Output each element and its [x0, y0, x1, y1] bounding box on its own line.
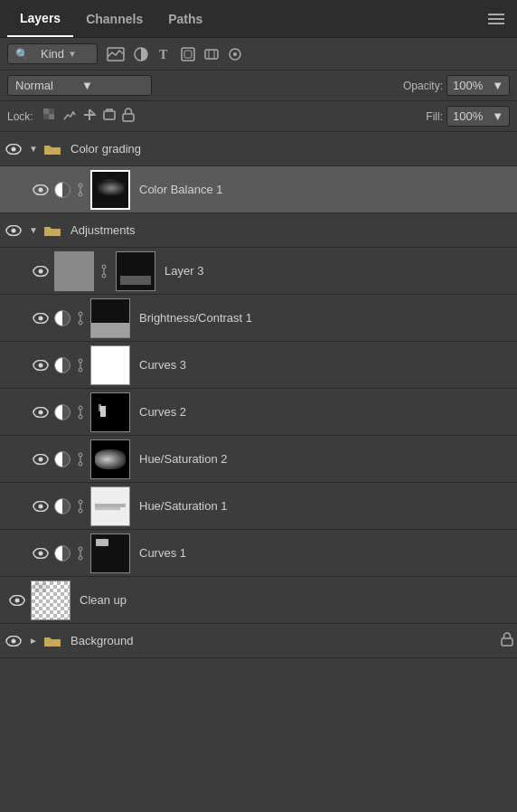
visibility-toggle[interactable]: [4, 144, 24, 155]
tab-layers[interactable]: Layers: [7, 0, 73, 37]
visibility-toggle[interactable]: [7, 595, 27, 606]
fill-chevron-icon: ▼: [486, 109, 503, 123]
svg-point-20: [79, 184, 82, 187]
panel-menu-button[interactable]: [483, 8, 510, 30]
svg-point-19: [39, 187, 43, 192]
svg-point-29: [102, 274, 106, 278]
svg-point-49: [79, 462, 82, 466]
svg-text:T: T: [159, 48, 168, 61]
layer-name: Curves 2: [134, 405, 513, 419]
lock-position-icon[interactable]: [82, 108, 97, 125]
kind-filter-dropdown[interactable]: 🔍 Kind ▼: [7, 43, 98, 64]
opacity-value: 100%: [453, 79, 483, 92]
tab-paths[interactable]: Paths: [155, 0, 215, 37]
layers-list: ▼ Color grading Color Balance 1 ▼ Adjust…: [0, 132, 517, 794]
svg-point-56: [39, 551, 43, 555]
layer-row[interactable]: Curves 1: [0, 530, 517, 577]
kind-chevron-icon: ▼: [68, 49, 89, 59]
layer-row[interactable]: Hue/Saturation 1: [0, 483, 517, 530]
fill-dropdown[interactable]: 100% ▼: [446, 106, 510, 127]
svg-point-24: [12, 228, 16, 232]
adjustment-icon: [54, 357, 70, 373]
svg-rect-10: [43, 114, 49, 119]
layer-row[interactable]: Brightness/Contrast 1: [0, 295, 517, 342]
layer-thumbnail: [90, 392, 130, 432]
folder-icon: [43, 223, 61, 238]
lock-all-icon[interactable]: [122, 108, 135, 125]
menu-line-1: [488, 14, 504, 15]
svg-point-22: [79, 193, 82, 196]
layer-row[interactable]: Hue/Saturation 2: [0, 436, 517, 483]
layer-row[interactable]: Clean up: [0, 577, 517, 624]
layer-name: Hue/Saturation 1: [134, 499, 513, 513]
kind-label: Kind: [41, 47, 64, 61]
layer-thumbnail: [54, 251, 94, 291]
opacity-label: Opacity:: [403, 80, 443, 92]
layer-name: Layer 3: [159, 264, 513, 278]
filter-type-icon[interactable]: T: [157, 47, 172, 61]
filter-icons: T: [107, 47, 242, 61]
tab-channels[interactable]: Channels: [73, 0, 155, 37]
menu-line-3: [488, 23, 504, 24]
fill-label: Fill:: [426, 110, 443, 123]
layer-name: Hue/Saturation 2: [134, 452, 513, 466]
layer-name: Curves 3: [134, 358, 513, 372]
layer-row[interactable]: ▼ Adjustments: [0, 213, 517, 248]
svg-point-61: [15, 598, 20, 602]
filter-pixel-icon[interactable]: [107, 47, 125, 61]
lock-artboard-icon[interactable]: [102, 108, 117, 125]
lock-transparent-icon[interactable]: [42, 108, 57, 125]
link-icon: [74, 183, 87, 197]
visibility-toggle[interactable]: [31, 360, 51, 371]
svg-point-36: [39, 363, 43, 367]
background-lock-icon: [501, 632, 513, 649]
filter-smart-icon[interactable]: [204, 47, 219, 61]
layer-row[interactable]: ► Background: [0, 624, 517, 658]
svg-point-31: [39, 316, 43, 320]
lock-row: Lock:: [0, 101, 517, 132]
collapse-arrow[interactable]: ▼: [27, 225, 40, 235]
layer-name: Curves 1: [134, 546, 513, 560]
collapse-arrow[interactable]: ▼: [27, 144, 40, 154]
svg-point-26: [39, 269, 43, 273]
svg-point-17: [12, 146, 16, 151]
filter-circle-icon[interactable]: [228, 47, 242, 61]
svg-point-54: [79, 509, 82, 513]
svg-rect-64: [502, 638, 512, 646]
layer-mask-thumbnail: [116, 251, 155, 291]
visibility-toggle[interactable]: [31, 266, 51, 277]
visibility-toggle[interactable]: [31, 407, 51, 418]
fill-value: 100%: [453, 109, 483, 123]
filter-shape-icon[interactable]: [181, 47, 195, 61]
search-icon: 🔍: [15, 48, 37, 61]
layer-row[interactable]: Curves 3: [0, 342, 517, 389]
collapse-arrow[interactable]: ►: [27, 636, 40, 646]
visibility-toggle[interactable]: [31, 184, 51, 195]
svg-point-57: [79, 547, 82, 551]
visibility-toggle[interactable]: [31, 548, 51, 559]
visibility-toggle[interactable]: [31, 501, 51, 512]
layer-row[interactable]: ▼ Color grading: [0, 132, 517, 166]
blend-mode-value: Normal: [15, 79, 78, 92]
svg-point-37: [79, 359, 82, 363]
opacity-dropdown[interactable]: 100% ▼: [446, 75, 510, 96]
svg-rect-4: [184, 51, 192, 58]
filter-adjustment-icon[interactable]: [134, 47, 148, 61]
visibility-toggle[interactable]: [31, 454, 51, 465]
adjustment-icon: [54, 545, 70, 562]
opacity-chevron-icon: ▼: [486, 79, 503, 92]
blend-mode-dropdown[interactable]: Normal ▼: [7, 75, 152, 96]
layer-row[interactable]: Curves 2: [0, 389, 517, 436]
visibility-toggle[interactable]: [31, 313, 51, 324]
svg-point-47: [79, 453, 82, 457]
layer-row[interactable]: Color Balance 1: [0, 166, 517, 213]
menu-line-2: [488, 18, 504, 20]
svg-rect-8: [43, 109, 49, 114]
layer-thumbnail: [90, 533, 130, 573]
visibility-toggle[interactable]: [4, 636, 24, 647]
layer-thumbnail: [90, 298, 130, 338]
layer-row[interactable]: Layer 3: [0, 248, 517, 295]
lock-pixels-icon[interactable]: [62, 108, 77, 125]
visibility-toggle[interactable]: [4, 225, 24, 236]
svg-point-51: [39, 504, 43, 508]
